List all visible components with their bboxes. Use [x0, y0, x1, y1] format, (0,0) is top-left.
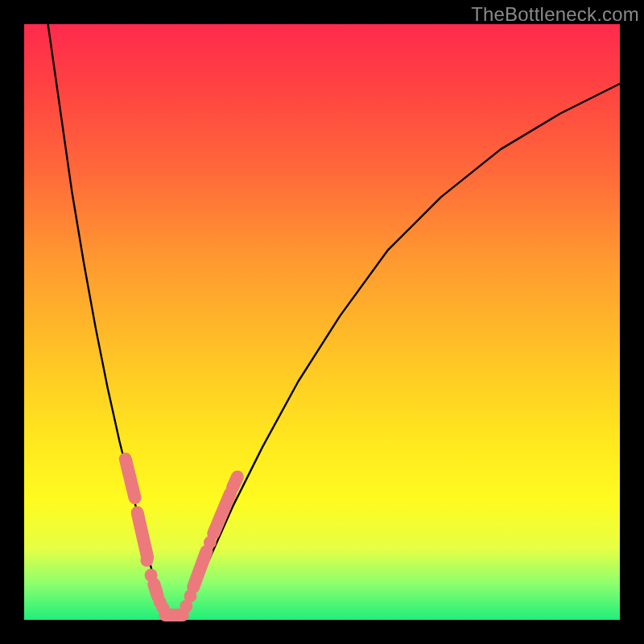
marker-layer: [126, 459, 237, 615]
left-branch-curve: [48, 24, 171, 620]
marker-segment: [193, 551, 206, 587]
marker-segment: [126, 459, 135, 497]
marker-segment: [154, 584, 158, 597]
right-branch-curve: [179, 84, 620, 620]
chart-frame: TheBottleneck.com: [0, 0, 644, 644]
marker-segment: [213, 493, 230, 534]
plot-area: [24, 24, 620, 620]
marker-segment: [138, 513, 148, 558]
watermark-text: TheBottleneck.com: [471, 3, 639, 26]
marker-segment: [233, 477, 237, 487]
marker-dot: [140, 554, 153, 567]
curve-layer: [24, 24, 620, 620]
